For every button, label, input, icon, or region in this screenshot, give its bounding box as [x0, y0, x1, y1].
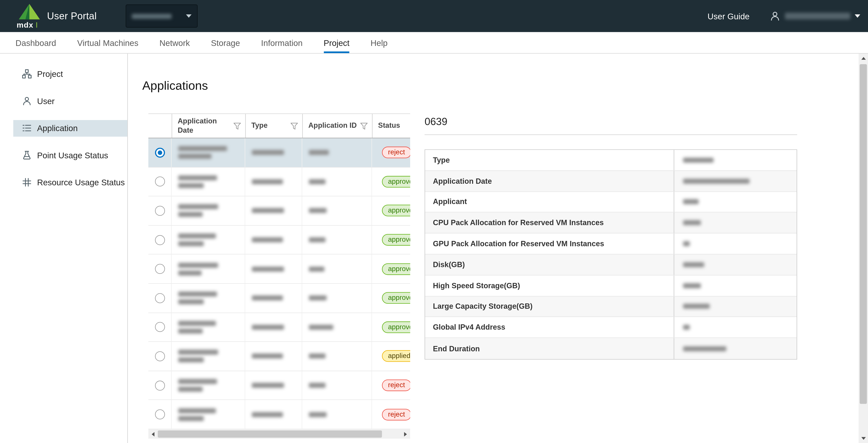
table-row[interactable]: approved [148, 226, 410, 255]
cell-application-id [302, 167, 372, 196]
detail-field-label: Application Date [425, 171, 674, 191]
row-radio[interactable] [155, 206, 165, 216]
status-badge: approved [382, 292, 410, 304]
user-guide-link[interactable]: User Guide [708, 11, 750, 21]
scroll-down-button[interactable] [859, 434, 868, 443]
table-horizontal-scrollbar[interactable] [148, 430, 410, 439]
redacted-project-name [131, 13, 172, 19]
cell-application-id [302, 255, 372, 283]
user-menu[interactable] [770, 10, 860, 22]
row-radio[interactable] [155, 380, 165, 390]
cell-type [245, 400, 302, 429]
nav-item-information[interactable]: Information [261, 32, 303, 53]
detail-field-value [674, 275, 797, 296]
nav-item-project[interactable]: Project [324, 32, 349, 53]
detail-field-label: Disk(GB) [425, 254, 674, 275]
filter-icon[interactable] [234, 123, 241, 129]
table-row[interactable]: approved [148, 167, 410, 197]
cell-application-id [302, 313, 372, 341]
row-radio[interactable] [155, 148, 165, 158]
row-radio[interactable] [155, 409, 165, 419]
table-row[interactable]: reject [148, 400, 410, 430]
applications-table: Application Date Type Application ID Sta… [148, 113, 410, 439]
arrow-right-icon [404, 432, 407, 436]
scroll-right-button[interactable] [401, 430, 410, 439]
mdx-logo: mdxI [17, 3, 40, 29]
detail-row: Application Date [425, 171, 797, 192]
table-row[interactable]: reject [148, 371, 410, 400]
nav-item-dashboard[interactable]: Dashboard [16, 32, 56, 53]
status-badge: reject [382, 409, 410, 420]
filter-icon[interactable] [290, 123, 298, 129]
detail-row: Global IPv4 Address [425, 317, 797, 338]
column-label: Application ID [308, 122, 357, 131]
detail-field-value [674, 317, 797, 338]
column-label: Status [378, 122, 400, 131]
brand-name: mdx [17, 21, 33, 29]
vertical-scroll-thumb[interactable] [860, 64, 867, 404]
detail-field-value [674, 234, 797, 254]
filter-icon[interactable] [361, 123, 368, 129]
table-row[interactable]: approved [148, 284, 410, 313]
app-title: User Portal [47, 10, 97, 22]
cell-type [245, 167, 302, 196]
row-radio[interactable] [155, 235, 165, 245]
table-row[interactable]: reject [148, 138, 410, 168]
sidebar-item-user[interactable]: User [0, 87, 127, 114]
row-radio[interactable] [155, 322, 165, 332]
detail-field-label: Applicant [425, 192, 674, 212]
scroll-up-button[interactable] [859, 54, 868, 63]
sidebar-item-label: Point Usage Status [37, 150, 108, 160]
row-radio[interactable] [155, 264, 165, 274]
sidebar-item-point-usage-status[interactable]: Point Usage Status [0, 142, 127, 169]
table-row[interactable]: applied [148, 342, 410, 371]
detail-row: Applicant [425, 192, 797, 213]
cell-application-date [172, 342, 245, 371]
project-selector-dropdown[interactable] [125, 4, 197, 28]
row-radio[interactable] [155, 293, 165, 303]
cell-type [245, 284, 302, 312]
sidebar-item-label: User [37, 96, 55, 106]
cell-type [245, 197, 302, 225]
cell-application-date [172, 167, 245, 196]
table-row[interactable]: approved [148, 197, 410, 226]
row-radio[interactable] [155, 351, 165, 362]
sidebar-item-label: Resource Usage Status [37, 178, 125, 187]
table-row[interactable]: approved [148, 255, 410, 284]
flask-icon [22, 150, 32, 160]
user-icon [770, 10, 781, 22]
header-cell-application-id: Application ID [302, 114, 372, 138]
page-vertical-scrollbar[interactable] [859, 54, 868, 443]
nav-item-storage[interactable]: Storage [211, 32, 240, 53]
cell-application-date [172, 284, 245, 312]
sidebar-item-project[interactable]: Project [0, 60, 127, 87]
cell-application-date [172, 313, 245, 341]
sidebar-item-application[interactable]: Application [0, 114, 127, 142]
sidebar-item-resource-usage-status[interactable]: Resource Usage Status [0, 169, 127, 196]
horizontal-scroll-thumb[interactable] [158, 431, 382, 438]
sidebar-item-label: Project [37, 69, 63, 79]
table-row[interactable]: approved [148, 313, 410, 342]
detail-field-value [674, 338, 797, 359]
cell-status: approved [372, 313, 410, 341]
row-radio[interactable] [155, 177, 165, 187]
mdx-triangle-icon [18, 3, 40, 20]
detail-field-value [674, 254, 797, 275]
status-badge: approved [382, 176, 410, 188]
header-cell-status: Status [372, 114, 410, 138]
scroll-left-button[interactable] [148, 430, 158, 439]
detail-row: Large Capacity Storage(GB) [425, 296, 797, 317]
detail-field-label: High Speed Storage(GB) [425, 275, 674, 296]
table-header: Application Date Type Application ID Sta… [148, 113, 410, 138]
detail-table: Type Application Date Applicant CPU Pack… [425, 149, 797, 360]
nav-item-help[interactable]: Help [370, 32, 388, 53]
sidebar-item-label: Application [37, 124, 78, 133]
nav-item-virtual-machines[interactable]: Virtual Machines [77, 32, 138, 53]
status-badge: approved [382, 234, 410, 246]
header-right: User Guide [708, 10, 860, 22]
chevron-down-icon [186, 14, 191, 18]
detail-row: End Duration [425, 338, 797, 359]
cell-application-date [172, 197, 245, 225]
nav-item-network[interactable]: Network [159, 32, 190, 53]
column-label: Application Date [178, 117, 221, 135]
